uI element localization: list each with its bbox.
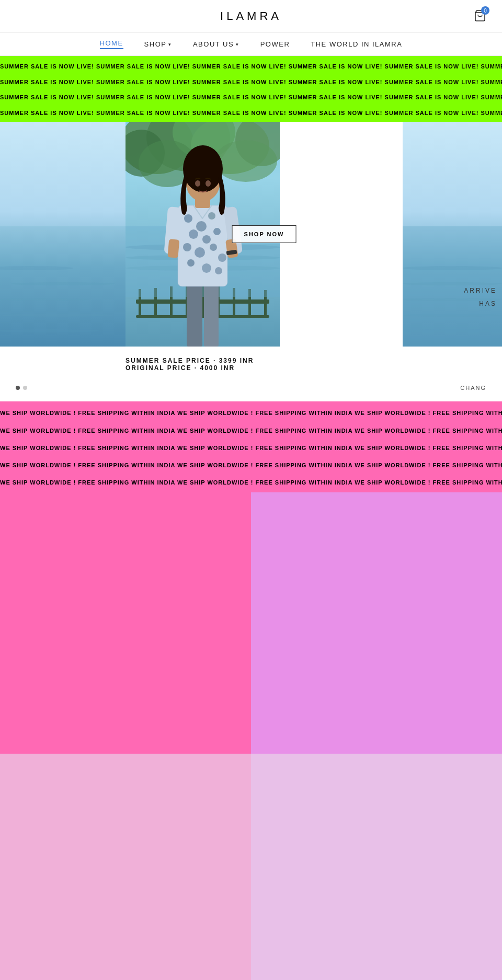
shipping-row3: WE SHIP WORLDWIDE ! FREE SHIPPING WITHIN… xyxy=(0,440,502,454)
shipping-row4: WE SHIP WORLDWIDE ! FREE SHIPPING WITHIN… xyxy=(0,457,502,471)
arrive-text: ARRIVE xyxy=(464,287,497,294)
svg-point-61 xyxy=(403,266,502,270)
block-pink-top-left xyxy=(0,492,251,754)
nav-item-world[interactable]: THE WORLD IN ILAMRA xyxy=(311,40,402,48)
product-info: SUMMER SALE PRICE · 3399 INR ORIGINAL PR… xyxy=(0,347,502,379)
svg-point-36 xyxy=(184,214,192,223)
svg-point-4 xyxy=(10,282,115,285)
svg-point-44 xyxy=(210,244,217,251)
hero-right-panel: ARRIVE HAS xyxy=(403,122,502,347)
hero-left-panel xyxy=(0,122,126,347)
main-nav: HOME SHOP ▾ ABOUT US ▾ POWER THE WORLD I… xyxy=(0,32,502,56)
hero-left-bg xyxy=(0,122,126,347)
svg-point-43 xyxy=(195,247,205,258)
carousel-dot-1[interactable] xyxy=(16,386,20,390)
svg-point-48 xyxy=(215,267,222,274)
bottom-section xyxy=(0,492,502,980)
svg-point-62 xyxy=(403,282,502,285)
svg-point-16 xyxy=(214,140,277,182)
block-pink-bottom-left xyxy=(0,754,251,980)
carousel-dot-2[interactable] xyxy=(23,386,27,390)
svg-rect-32 xyxy=(187,284,202,347)
nav-item-about[interactable]: ABOUT US ▾ xyxy=(193,40,239,48)
svg-rect-33 xyxy=(204,284,219,347)
svg-point-38 xyxy=(208,212,215,220)
sale-banner: SUMMER SALE IS NOW LIVE! SUMMER SALE IS … xyxy=(0,56,502,122)
header: ILAMRA 0 xyxy=(0,0,502,32)
nav-item-power[interactable]: POWER xyxy=(260,40,290,48)
svg-point-45 xyxy=(218,253,226,262)
svg-point-41 xyxy=(213,228,221,235)
hero-center-panel: SHOP NOW xyxy=(126,122,403,347)
about-chevron-icon: ▾ xyxy=(236,42,239,47)
svg-point-57 xyxy=(195,180,200,187)
product-sale-price: SUMMER SALE PRICE · 3399 INR xyxy=(126,357,376,364)
shop-chevron-icon: ▾ xyxy=(168,42,172,47)
product-original-price: ORIGINAL PRICE · 4000 INR xyxy=(126,364,376,372)
sale-marquee-row1: SUMMER SALE IS NOW LIVE! SUMMER SALE IS … xyxy=(0,59,502,73)
svg-point-39 xyxy=(189,229,198,239)
svg-point-46 xyxy=(187,259,195,267)
nav-item-home[interactable]: HOME xyxy=(100,39,123,49)
svg-point-65 xyxy=(403,329,502,332)
hero-right-bg xyxy=(403,122,502,347)
svg-point-47 xyxy=(202,263,211,273)
svg-rect-2 xyxy=(0,226,126,347)
svg-point-64 xyxy=(403,314,502,317)
svg-point-58 xyxy=(206,180,211,187)
cart-icon-wrap: 0 xyxy=(474,9,486,24)
sale-marquee-row4: SUMMER SALE IS NOW LIVE! SUMMER SALE IS … xyxy=(0,106,502,119)
cart-count: 0 xyxy=(481,6,489,15)
svg-point-6 xyxy=(0,314,115,317)
cart-button[interactable]: 0 xyxy=(474,9,486,24)
block-pink-top-right xyxy=(251,492,502,754)
sale-marquee-row3: SUMMER SALE IS NOW LIVE! SUMMER SALE IS … xyxy=(0,90,502,103)
shipping-row2: WE SHIP WORLDWIDE ! FREE SHIPPING WITHIN… xyxy=(0,423,502,437)
block-lavender-bottom-right xyxy=(251,754,502,980)
shipping-row5: WE SHIP WORLDWIDE ! FREE SHIPPING WITHIN… xyxy=(0,475,502,489)
shipping-banner: WE SHIP WORLDWIDE ! FREE SHIPPING WITHIN… xyxy=(0,401,502,492)
shipping-marquee-rows: WE SHIP WORLDWIDE ! FREE SHIPPING WITHIN… xyxy=(0,403,502,421)
svg-point-42 xyxy=(183,243,191,251)
change-label: CHANG xyxy=(460,385,486,391)
svg-point-37 xyxy=(196,221,207,232)
shop-now-button[interactable]: SHOP NOW xyxy=(232,225,296,243)
logo: ILAMRA xyxy=(220,9,282,23)
nav-item-shop[interactable]: SHOP ▾ xyxy=(144,40,172,48)
shipping-row1: WE SHIP WORLDWIDE ! FREE SHIPPING WITHIN… xyxy=(0,405,502,419)
svg-rect-51 xyxy=(167,239,179,259)
svg-point-40 xyxy=(202,235,211,244)
svg-rect-60 xyxy=(403,226,502,347)
hero-section: SHOP NOW ARRIVE HAS xyxy=(0,122,502,347)
carousel-dots xyxy=(16,386,27,390)
svg-point-56 xyxy=(183,145,223,192)
sale-marquee-row2: SUMMER SALE IS NOW LIVE! SUMMER SALE IS … xyxy=(0,75,502,88)
carousel-nav: CHANG xyxy=(0,379,502,396)
has-text: HAS xyxy=(479,300,497,307)
